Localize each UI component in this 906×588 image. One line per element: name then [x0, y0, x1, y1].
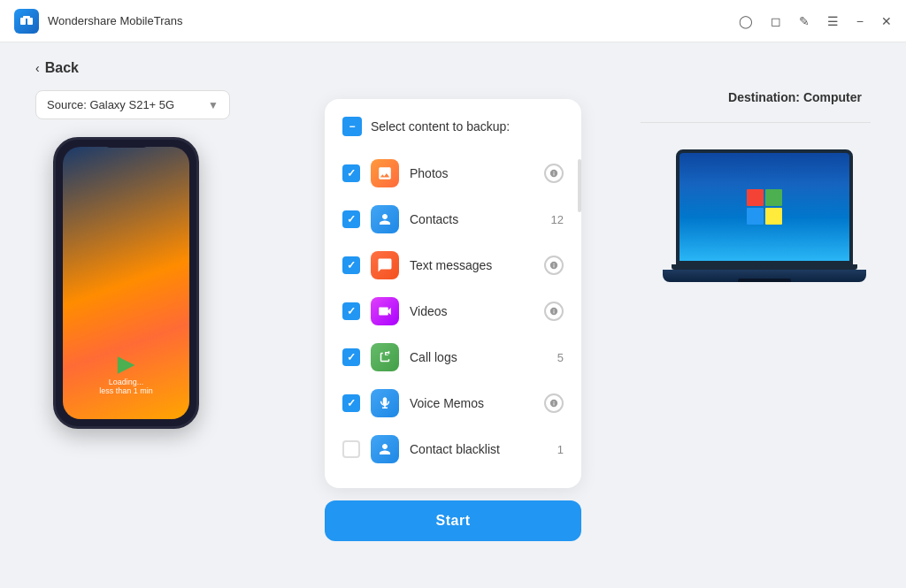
destination-header: Destination: Computer: [641, 90, 871, 149]
back-button[interactable]: ‹ Back: [35, 42, 871, 90]
videos-checkbox[interactable]: [342, 302, 360, 320]
backup-header: − Select content to backup:: [325, 117, 581, 150]
main-content: ‹ Back Source: Galaxy S21+ 5G ▼ Loading.…: [0, 42, 906, 588]
left-panel: Source: Galaxy S21+ 5G ▼ Loading... less…: [35, 90, 265, 429]
messages-checkbox[interactable]: [342, 256, 360, 274]
calllogs-checkbox[interactable]: [342, 348, 360, 366]
list-item[interactable]: Contacts 12: [325, 196, 581, 242]
svg-point-7: [553, 263, 554, 264]
windows-pane-yellow: [765, 208, 782, 225]
svg-point-4: [553, 172, 554, 172]
back-chevron-icon: ‹: [35, 61, 40, 75]
close-icon[interactable]: ✕: [881, 15, 892, 27]
dropdown-arrow-icon: ▼: [208, 99, 219, 111]
voicememos-label: Voice Memos: [410, 396, 534, 410]
app-title: Wondershare MobileTrans: [48, 14, 739, 27]
blacklist-badge: 1: [546, 443, 564, 456]
back-label: Back: [45, 60, 79, 76]
svg-point-10: [553, 309, 554, 310]
windows-pane-blue: [747, 208, 764, 225]
list-item[interactable]: Calendar 25: [325, 472, 581, 474]
photos-info-icon: [544, 164, 564, 183]
blacklist-label: Contact blacklist: [410, 442, 535, 456]
videos-icon: [371, 297, 399, 325]
phone-side-button-right: [197, 210, 199, 246]
svg-point-13: [553, 401, 554, 402]
voicememos-info-icon: [544, 393, 564, 413]
window-icon[interactable]: ◻: [771, 15, 781, 27]
windows-pane-green: [765, 189, 782, 206]
start-button[interactable]: Start: [325, 500, 581, 541]
destination-divider: [641, 122, 871, 123]
list-item[interactable]: Text messages: [325, 242, 581, 288]
list-item[interactable]: Voice Memos: [325, 380, 581, 426]
contacts-badge: 12: [546, 213, 564, 226]
source-label: Source: Galaxy S21+ 5G: [47, 98, 174, 111]
phone-side-button-left-bottom: [53, 233, 55, 255]
play-icon: [118, 356, 135, 374]
app-logo: [14, 9, 39, 34]
right-panel: Destination: Computer: [641, 90, 871, 282]
voicememos-checkbox[interactable]: [342, 394, 360, 412]
list-item[interactable]: Videos: [325, 288, 581, 334]
phone-loading-overlay: Loading... less than 1 min: [99, 356, 153, 395]
svg-rect-1: [27, 18, 33, 25]
laptop-mockup: [667, 149, 862, 282]
photos-icon: [371, 159, 399, 187]
windows-pane-red: [747, 189, 764, 206]
user-icon[interactable]: ◯: [739, 15, 753, 27]
videos-label: Videos: [410, 304, 534, 318]
phone-side-button-left-top: [53, 202, 55, 224]
photos-checkbox[interactable]: [342, 164, 360, 182]
laptop-base: [663, 270, 866, 282]
select-all-icon[interactable]: −: [342, 117, 362, 136]
menu-icon[interactable]: ☰: [827, 15, 839, 27]
messages-info-icon: [544, 256, 564, 275]
center-panel: − Select content to backup:: [265, 90, 641, 541]
messages-label: Text messages: [410, 258, 534, 272]
messages-icon: [371, 251, 399, 279]
contacts-icon: [371, 205, 399, 233]
phone-notch: [104, 142, 149, 148]
svg-rect-2: [23, 16, 30, 19]
loading-text: Loading...: [99, 378, 153, 386]
svg-rect-8: [554, 265, 555, 268]
backup-card: − Select content to backup:: [325, 99, 581, 488]
svg-rect-11: [554, 311, 555, 314]
edit-icon[interactable]: ✎: [799, 15, 810, 27]
phone-mockup: Loading... less than 1 min: [53, 137, 199, 429]
calllogs-icon: [371, 343, 399, 371]
svg-rect-14: [554, 403, 555, 406]
windows-logo-icon: [747, 189, 782, 225]
blacklist-checkbox[interactable]: [342, 440, 360, 458]
source-selector[interactable]: Source: Galaxy S21+ 5G ▼: [35, 90, 230, 119]
start-button-container: Start: [325, 500, 581, 541]
calllogs-badge: 5: [546, 351, 564, 364]
backup-title: Select content to backup:: [371, 119, 510, 134]
minimize-icon[interactable]: −: [856, 15, 864, 27]
blacklist-icon: [371, 435, 399, 463]
laptop-screen: [676, 149, 853, 264]
list-item[interactable]: Photos: [325, 150, 581, 196]
videos-info-icon: [544, 302, 564, 321]
contacts-label: Contacts: [410, 212, 535, 226]
destination-label: Destination: Computer: [728, 90, 871, 104]
titlebar: Wondershare MobileTrans ◯ ◻ ✎ ☰ − ✕: [0, 0, 906, 42]
list-item[interactable]: Contact blacklist 1: [325, 426, 581, 472]
window-controls: ◯ ◻ ✎ ☰ − ✕: [739, 15, 892, 27]
loading-subtext: less than 1 min: [99, 386, 153, 395]
contacts-checkbox[interactable]: [342, 210, 360, 228]
svg-rect-5: [554, 173, 555, 176]
voicememos-icon: [371, 389, 399, 417]
calllogs-label: Call logs: [410, 350, 535, 364]
list-item[interactable]: Call logs 5: [325, 334, 581, 380]
svg-rect-0: [20, 18, 26, 25]
content-area: Source: Galaxy S21+ 5G ▼ Loading... less…: [35, 90, 871, 588]
backup-list: Photos Contacts 12: [325, 150, 581, 474]
photos-label: Photos: [410, 166, 534, 180]
